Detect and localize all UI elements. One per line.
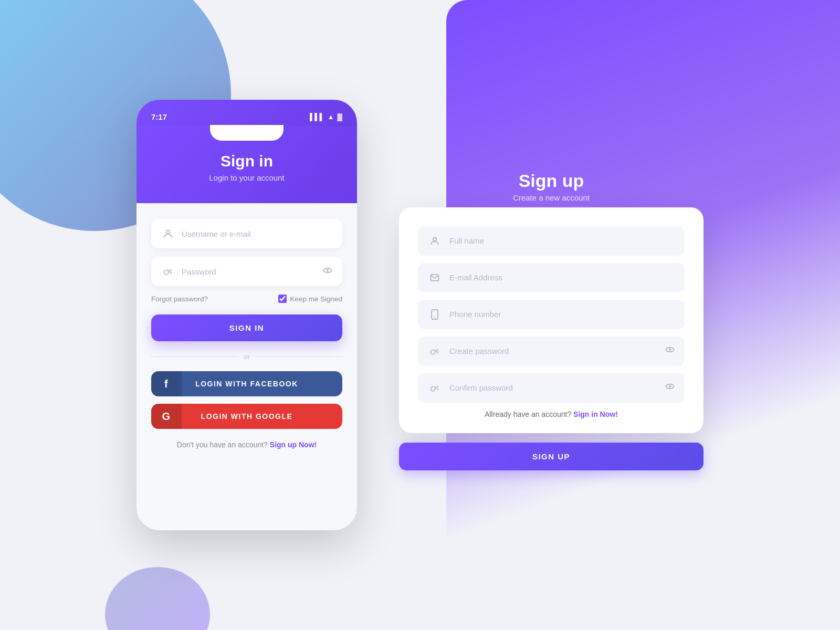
signup-button[interactable]: SIGN UP <box>399 443 704 470</box>
no-account-text: Don't you have an account? <box>177 440 268 449</box>
svg-point-4 <box>433 237 437 241</box>
password-input-group <box>151 257 342 286</box>
user-icon <box>161 226 175 241</box>
facebook-login-button[interactable]: f LOGIN WITH FACEBOOK <box>151 371 342 396</box>
create-password-input-group <box>418 337 685 366</box>
already-text: Allready have an account? <box>485 410 571 418</box>
signup-card: Allready have an account? Sign in Now! <box>399 207 704 433</box>
already-have-account: Allready have an account? Sign in Now! <box>418 410 685 418</box>
signup-title: Sign up <box>513 171 590 191</box>
fullname-input-group <box>418 226 685 256</box>
svg-point-0 <box>166 230 170 234</box>
phone-input-group <box>418 300 685 329</box>
confirm-password-input[interactable] <box>449 383 665 392</box>
phone-mockup: 7:17 ▌▌▌ ▲ ▓ Sign in Login to your accou… <box>136 100 357 530</box>
password-eye-icon[interactable] <box>322 265 333 278</box>
email-icon <box>427 270 442 285</box>
phone-bottom-text: Don't you have an account? Sign up Now! <box>151 440 342 449</box>
signup-subtitle: Create a new account <box>513 193 590 202</box>
email-input[interactable] <box>449 273 675 282</box>
phone-status-bar: 7:17 ▌▌▌ ▲ ▓ <box>136 100 357 126</box>
signin-now-link[interactable]: Sign in Now! <box>573 410 618 418</box>
password-input[interactable] <box>182 267 322 276</box>
signup-header: Sign up Create a new account <box>513 171 590 202</box>
svg-point-1 <box>164 270 169 275</box>
fullname-user-icon <box>427 234 442 248</box>
username-input[interactable] <box>182 229 333 238</box>
svg-point-11 <box>431 386 435 391</box>
google-login-button[interactable]: G LOGIN WITH GOOGLE <box>151 404 342 429</box>
phone-input[interactable] <box>449 310 675 319</box>
svg-point-10 <box>669 349 671 351</box>
confirm-password-input-group <box>418 373 685 403</box>
username-input-group <box>151 219 342 248</box>
confirm-password-key-icon <box>427 381 442 395</box>
main-container: 7:17 ▌▌▌ ▲ ▓ Sign in Login to your accou… <box>0 0 840 630</box>
wifi-icon: ▲ <box>328 113 334 121</box>
fullname-input[interactable] <box>449 236 675 245</box>
signup-section: Sign up Create a new account <box>399 160 704 470</box>
facebook-icon: f <box>151 371 182 396</box>
signin-button[interactable]: SIGN IN <box>151 314 342 341</box>
signup-link[interactable]: Sign up Now! <box>270 440 317 449</box>
signin-title: Sign in <box>151 152 342 170</box>
divider: or <box>151 353 342 361</box>
phone-time: 7:17 <box>151 112 167 121</box>
signal-icon: ▌▌▌ <box>310 113 324 121</box>
create-password-eye-icon[interactable] <box>665 344 675 358</box>
svg-point-13 <box>669 385 671 387</box>
google-button-label: LOGIN WITH GOOGLE <box>160 412 334 421</box>
create-password-key-icon <box>427 344 442 359</box>
form-options: Forgot password? Keep me Signed <box>151 295 342 303</box>
svg-point-8 <box>431 350 435 354</box>
phone-status-icons: ▌▌▌ ▲ ▓ <box>310 113 342 121</box>
create-password-input[interactable] <box>449 346 665 355</box>
phone-icon <box>427 307 442 322</box>
divider-text: or <box>244 353 250 361</box>
svg-point-3 <box>327 269 329 271</box>
svg-point-7 <box>434 317 435 318</box>
keep-signed-checkbox[interactable] <box>278 295 287 303</box>
google-icon: G <box>151 404 182 429</box>
signin-subtitle: Login to your account <box>151 173 342 182</box>
forgot-password-link[interactable]: Forgot password? <box>151 295 208 303</box>
divider-left <box>151 356 238 357</box>
key-icon <box>161 264 175 279</box>
phone-notch <box>210 125 284 141</box>
confirm-password-eye-icon[interactable] <box>665 381 675 394</box>
signin-form-body: Forgot password? Keep me Signed SIGN IN … <box>136 203 357 530</box>
keep-signed-label: Keep me Signed <box>290 295 342 303</box>
email-input-group <box>418 263 685 292</box>
divider-right <box>255 356 342 357</box>
keep-signed-option: Keep me Signed <box>278 295 342 303</box>
battery-icon: ▓ <box>338 113 342 121</box>
facebook-button-label: LOGIN WITH FACEBOOK <box>160 380 334 388</box>
